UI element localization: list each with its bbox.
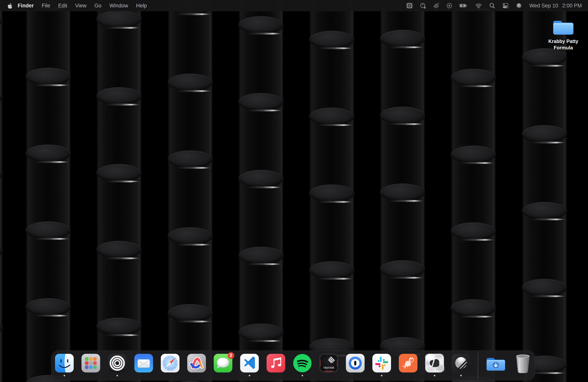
dock-app-arc-browser[interactable] [187, 353, 206, 373]
dock-app-spotify[interactable] [293, 353, 312, 373]
sunburst-app-icon[interactable] [406, 2, 413, 9]
status-icons [406, 2, 522, 9]
wifi-icon[interactable] [475, 2, 482, 9]
dock-app-marble-window[interactable] [425, 353, 444, 373]
desktop-folder-label: Krabby Patty Formula [545, 38, 582, 51]
dock-app-vscode[interactable] [240, 353, 259, 373]
dock-trash[interactable] [514, 353, 532, 374]
menu-bar-clock[interactable]: Wed Sep 10 2:00 PM [529, 3, 582, 9]
dock-app-postman[interactable] [399, 353, 418, 373]
menu-bar-right: Wed Sep 10 2:00 PM [406, 2, 588, 9]
menu-file[interactable]: File [42, 3, 50, 9]
apple-icon [7, 2, 12, 9]
running-indicator [116, 375, 118, 376]
now-playing-icon[interactable] [446, 2, 453, 9]
dock-app-safari[interactable] [160, 353, 180, 373]
battery-charging-icon[interactable] [459, 2, 468, 9]
dock-app-music[interactable] [266, 353, 286, 373]
dock-downloads-folder[interactable] [485, 353, 506, 373]
menu-window[interactable]: Window [109, 3, 128, 9]
svg-text:raycast: raycast [324, 366, 334, 369]
running-indicator [460, 375, 462, 376]
dock-app-1password[interactable] [346, 353, 365, 373]
menu-bar-date: Wed Sep 10 [529, 3, 558, 9]
folder-icon [551, 17, 575, 37]
menu-bar-time: 2:00 PM [562, 3, 582, 9]
notification-badge: 2 [228, 352, 234, 359]
dock-app-concentric-circles[interactable] [107, 353, 127, 373]
menu-go[interactable]: Go [94, 3, 102, 9]
menu-bar-left: FinderFileEditViewGoWindowHelp [0, 2, 147, 9]
dock: 2 raycast [51, 350, 535, 381]
running-indicator [434, 375, 435, 376]
menu-finder[interactable]: Finder [18, 3, 34, 9]
running-indicator [302, 375, 303, 376]
spotlight-icon[interactable] [489, 2, 495, 9]
dock-app-messages[interactable]: 2 [213, 353, 233, 373]
dock-app-linear[interactable] [451, 353, 471, 373]
dock-app-slack[interactable] [372, 353, 391, 373]
dock-app-raycast[interactable]: raycast [319, 353, 338, 373]
siri-icon[interactable] [516, 2, 522, 9]
menu-help[interactable]: Help [136, 3, 147, 9]
desktop-area: Krabby Patty Formula [0, 0, 588, 382]
desktop-folder-krabby-patty-formula[interactable]: Krabby Patty Formula [545, 17, 582, 51]
menu-edit[interactable]: Edit [58, 3, 67, 9]
menu-view[interactable]: View [75, 3, 86, 9]
menu-bar: FinderFileEditViewGoWindowHelp [0, 0, 588, 11]
striped-diamond-icon[interactable] [433, 2, 440, 9]
dock-app-finder[interactable] [55, 353, 74, 373]
apple-menu[interactable] [7, 2, 12, 9]
running-indicator [63, 375, 65, 376]
dock-app-launchpad[interactable] [81, 353, 101, 373]
running-indicator [381, 375, 382, 376]
app-menus: FinderFileEditViewGoWindowHelp [18, 3, 147, 9]
dock-app-mail[interactable] [134, 353, 153, 373]
dock-divider [478, 353, 478, 378]
power-lock-icon[interactable] [420, 2, 426, 9]
macos-desktop: FinderFileEditViewGoWindowHelp [0, 0, 588, 382]
running-indicator [249, 375, 250, 376]
control-center-icon[interactable] [502, 2, 509, 9]
